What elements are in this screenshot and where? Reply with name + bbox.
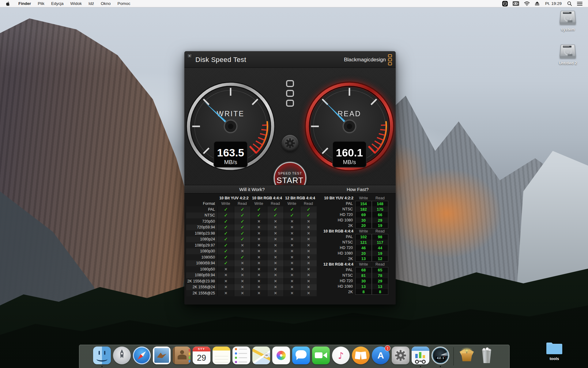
dock-icon-sysprefs[interactable] [392,347,409,364]
dock-icon-geekbench[interactable] [412,347,429,364]
dock-icon-appstore[interactable]: A1 [372,347,390,364]
menu-bar-clock[interactable]: Pt. 19:29 [543,1,564,6]
cross-icon: ✕ [267,224,284,231]
desktop-icon-system[interactable]: system [554,10,582,32]
read-speed-value: 29 [372,278,388,284]
cross-icon: ✕ [307,237,310,241]
cross-icon: ✕ [284,236,300,243]
menu-item-pomoc[interactable]: Pomoc [114,1,134,6]
cross-icon: ✕ [234,248,251,255]
dock-icon-messages[interactable] [292,347,310,364]
cross-icon: ✕ [284,242,300,248]
dock-icon-contacts[interactable] [173,347,190,364]
nvidia-icon[interactable] [511,0,520,7]
menu-bar-status: Pt. 19:29 [501,0,588,7]
cross-icon: ✕ [274,261,277,265]
cross-icon: ✕ [257,279,260,283]
eject-icon[interactable] [533,0,541,7]
cross-icon: ✕ [251,236,267,243]
dock-icon-calendar[interactable]: STY29 [193,347,210,364]
dock-icon-notes[interactable] [213,347,230,364]
spotlight-icon[interactable] [566,0,573,7]
cross-icon: ✕ [300,260,317,266]
menu-bar: FinderPlikEdycjaWidokIdźOknoPomoc Pt. 19… [0,0,588,7]
column-group-header: 12 Bit RGB 4:4:4 [284,195,317,201]
cross-icon: ✕ [224,285,227,289]
write-speed-value: 69 [355,212,372,217]
cross-icon: ✕ [234,290,251,296]
dock-icon-trash[interactable] [478,347,496,364]
check-icon: ✓ [217,206,234,213]
apple-menu-icon[interactable] [6,1,10,6]
brand-logo: Blackmagicdesign [344,54,392,65]
gauge-unit: MB/s [224,159,237,165]
write-speed-value: 121 [355,240,372,245]
cross-icon: ✕ [300,290,317,296]
check-icon: ✓ [300,213,317,219]
cross-icon: ✕ [267,218,284,224]
check-icon: ✓ [257,213,261,218]
sub-column-header: Read [267,201,284,206]
desktop-icon-tools[interactable]: tools [540,341,568,361]
close-icon[interactable]: ✕ [187,54,192,59]
format-label: 2K 1556@23.98 [186,278,217,284]
cross-icon: ✕ [217,272,234,278]
speed-row-label: NTSC [321,206,355,212]
write-speed-value: 154 [355,201,372,206]
notification-center-icon[interactable] [576,0,584,7]
cross-icon: ✕ [284,260,300,266]
write-speed-value: 68 [355,267,372,273]
read-speed-value: 12 [372,256,388,262]
dock: STY293D♪A1432.5 [79,345,510,368]
check-icon: ✓ [290,207,294,212]
cross-icon: ✕ [274,231,277,236]
center-controls: SPEED TEST START [276,68,304,185]
dock-icon-photos[interactable] [272,347,290,364]
dock-icon-ibooks[interactable] [352,347,370,364]
cross-icon: ✕ [274,219,277,224]
cross-icon: ✕ [290,273,293,277]
write-column-header: Write [355,195,372,201]
cross-icon: ✕ [300,230,317,236]
dock-icon-safari[interactable] [133,347,151,364]
speed-row-label: HD 720 [321,278,355,284]
gauge-value: 160.1 [336,147,363,159]
check-icon: ✓ [300,206,317,213]
menu-item-widok[interactable]: Widok [67,1,85,6]
format-label: PAL [186,206,217,213]
read-speed-value: 78 [372,273,388,278]
gear-icon [285,138,295,148]
speed-row-label: HD 1080 [321,217,355,223]
menu-item-finder[interactable]: Finder [15,1,34,6]
dock-icon-launchpad[interactable] [113,347,131,364]
check-icon: ✓ [217,213,234,219]
dock-icon-itunes[interactable]: ♪ [332,347,350,364]
dock-icon-facetime[interactable] [312,347,330,364]
check-icon: ✓ [240,207,244,212]
cross-icon: ✕ [290,279,293,283]
desktop-icon-untitled-2[interactable]: Untitled 2 [554,44,582,65]
window-titlebar[interactable]: ✕ Disk Speed Test Blackmagicdesign [184,51,396,68]
settings-button[interactable] [282,135,298,151]
maps-3d-badge: 3D [264,353,269,358]
cross-icon: ✕ [290,219,293,224]
cross-icon: ✕ [274,249,277,253]
check-icon: ✓ [240,224,244,230]
fan-control-icon[interactable] [501,0,509,7]
dock-icon-pacifist[interactable] [458,347,476,364]
dock-icon-mail[interactable] [153,347,171,364]
dock-icon-maps[interactable]: 3D [252,347,270,364]
cross-icon: ✕ [241,261,244,265]
menu-item-edycja[interactable]: Edycja [48,1,67,6]
menu-item-idź[interactable]: Idź [85,1,97,6]
check-icon: ✓ [257,207,261,212]
dock-icon-reminders[interactable] [232,347,250,364]
sub-column-header: Write [217,201,234,206]
dock-icon-finder[interactable] [93,347,111,364]
cross-icon: ✕ [267,290,284,296]
dock-icon-diskspeedtest[interactable]: 432.5 [432,347,449,364]
menu-item-okno[interactable]: Okno [97,1,114,6]
cross-icon: ✕ [257,291,260,295]
menu-item-plik[interactable]: Plik [34,1,48,6]
wifi-icon[interactable] [523,0,531,7]
